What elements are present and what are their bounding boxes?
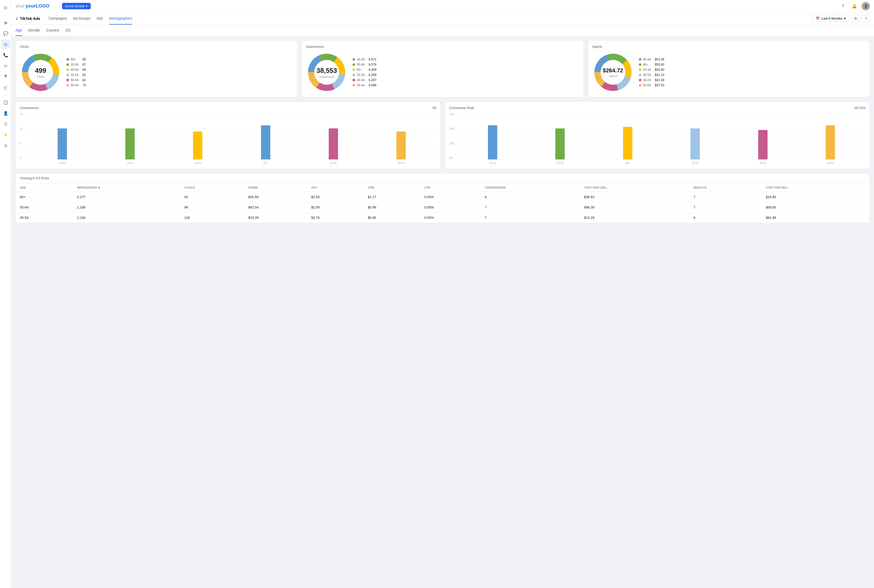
bolt-icon[interactable]: ⚡ — [1, 130, 11, 140]
col-results[interactable]: RESULTS — [689, 183, 762, 192]
bar — [691, 128, 700, 159]
col-clicks[interactable]: CLICKS — [180, 183, 244, 192]
list-icon[interactable]: ☰ — [1, 119, 11, 129]
settings-icon[interactable]: ⚙ — [1, 141, 11, 150]
spend-chart-card: Spend $ — [588, 40, 870, 98]
legend-dot — [639, 69, 641, 71]
mail-icon[interactable]: ✉ — [1, 61, 11, 70]
cell-clicks: 100 — [180, 213, 244, 223]
tab-demographics[interactable]: Demographics — [109, 13, 132, 24]
clicks-chart-card: Clicks — [15, 40, 297, 98]
logo: youryourLOGO — [15, 3, 50, 9]
account-label: Acme Dental — [65, 4, 84, 8]
x-label: 55-64 — [29, 162, 95, 165]
chart-icon[interactable]: ◉ — [1, 18, 11, 27]
demo-tab-country[interactable]: Country — [47, 25, 59, 36]
legend-dot — [66, 58, 69, 61]
demo-tab-gender[interactable]: Gender — [28, 25, 40, 36]
share-button[interactable]: ↗ — [862, 15, 870, 23]
col-spend[interactable]: SPEND — [244, 183, 307, 192]
legend-value: $50.40 — [655, 63, 668, 66]
legend-value: 74 — [83, 84, 95, 87]
legend-dot — [66, 69, 69, 71]
legend-value: 6,579 — [368, 63, 381, 66]
x-label: 45-54 — [368, 162, 434, 165]
platform-brand: ♪ TikTok Ads — [15, 16, 40, 21]
bar — [261, 125, 270, 159]
legend-label: 35-44 — [71, 84, 81, 87]
col-cost-per-res[interactable]: COST PER RES... — [761, 183, 869, 192]
legend-dot — [66, 84, 69, 87]
col-cpm[interactable]: CPM — [363, 183, 420, 192]
cell-cost-per-con: $48.39 — [580, 202, 689, 213]
bar-group — [300, 113, 366, 159]
col-conversions[interactable]: CONVERSIONS — [481, 183, 580, 192]
legend-label: 45-54 — [643, 73, 653, 77]
tab-adgroups[interactable]: Ad Groups — [73, 13, 90, 24]
date-filter-button[interactable]: 📅 Last 6 Months ▾ — [812, 15, 849, 22]
conversions-total: 59 — [432, 106, 436, 110]
legend-item: 18-24 82 — [66, 73, 95, 77]
notification-button[interactable]: 🔔 — [850, 2, 859, 10]
y-axis: 15 10 5 0 — [20, 113, 26, 159]
bar-group — [730, 113, 796, 159]
gridline — [457, 159, 865, 160]
cell-results: 7 — [689, 192, 762, 202]
conversion-rate-chart-card: Conversion Rate 18.53% 30% 20% 10% 0% — [445, 102, 870, 169]
bar-group — [797, 113, 863, 159]
spend-donut-wrapper: $264.72 Spend — [592, 52, 634, 93]
impressions-total-label: Impressions — [317, 75, 337, 78]
bars — [27, 113, 436, 159]
columns-button[interactable]: ⊞ — [851, 15, 859, 23]
tab-ads[interactable]: Ads — [97, 13, 103, 24]
tab-campaigns[interactable]: Campaigns — [49, 13, 67, 24]
donut-charts-row: Clicks — [15, 40, 870, 98]
legend-item: 25-34 87 — [66, 63, 95, 66]
legend-dot — [353, 74, 355, 76]
help-button[interactable]: ? — [839, 2, 847, 10]
person-icon[interactable]: 👤 — [1, 108, 11, 118]
target-icon[interactable]: ◎ — [1, 39, 11, 49]
cell-clicks: 96 — [180, 202, 244, 213]
demo-tab-age[interactable]: Age — [15, 25, 22, 36]
cell-ctr: 0.00% — [420, 213, 481, 223]
cart-icon[interactable]: 🛒 — [1, 83, 11, 92]
clicks-donut-center: 499 Clicks — [35, 67, 46, 78]
legend-dot — [353, 79, 355, 81]
col-age[interactable]: AGE — [16, 183, 73, 192]
x-label: 65+ — [595, 162, 661, 165]
location-icon[interactable]: 📍 — [1, 72, 11, 81]
bars — [457, 113, 865, 159]
cell-cpc: $3.76 — [307, 213, 363, 223]
phone-icon[interactable]: 📞 — [1, 50, 11, 60]
bar-group — [97, 113, 163, 159]
account-button[interactable]: Acme Dental ▾ — [62, 3, 91, 9]
spend-total-value: $264.72 — [603, 67, 623, 74]
y-label: 10% — [449, 142, 457, 145]
legend-label: 18-24 — [357, 58, 367, 61]
user-avatar[interactable]: 👤 — [862, 2, 870, 10]
home-icon[interactable]: ⊞ — [1, 3, 11, 12]
bar — [396, 132, 406, 159]
bar-group — [662, 113, 728, 159]
legend-item: 55-64 $37.63 — [639, 84, 668, 87]
cell-ctr: 0.00% — [420, 192, 481, 202]
conversions-chart-card: Conversions 59 15 10 5 0 — [15, 102, 441, 169]
col-cpc[interactable]: CPC — [307, 183, 363, 192]
logo-your: your — [15, 3, 24, 9]
cell-impressions: 2,154 — [73, 213, 180, 223]
legend-item: 35-44 6,088 — [353, 84, 381, 87]
impressions-donut-wrapper: 38,553 Impressions — [306, 52, 347, 93]
cell-age: 45-54 — [16, 213, 73, 223]
col-cost-per-con[interactable]: COST PER CON... — [580, 183, 689, 192]
clicks-chart-content: 499 Clicks 65+ 90 25-34 87 — [20, 52, 293, 93]
clicks-total-value: 499 — [35, 67, 46, 75]
bar-group — [165, 113, 231, 159]
chat-icon[interactable]: 💬 — [1, 28, 11, 38]
demo-tab-os[interactable]: OS — [65, 25, 71, 36]
col-impressions[interactable]: IMPRESSIONS ▼ — [73, 183, 180, 192]
legend-item: 45-54 6,267 — [353, 78, 381, 82]
impressions-chart-title: Impressions — [306, 45, 579, 49]
report-icon[interactable]: 📋 — [1, 98, 11, 107]
col-ctr[interactable]: CTR — [420, 183, 481, 192]
